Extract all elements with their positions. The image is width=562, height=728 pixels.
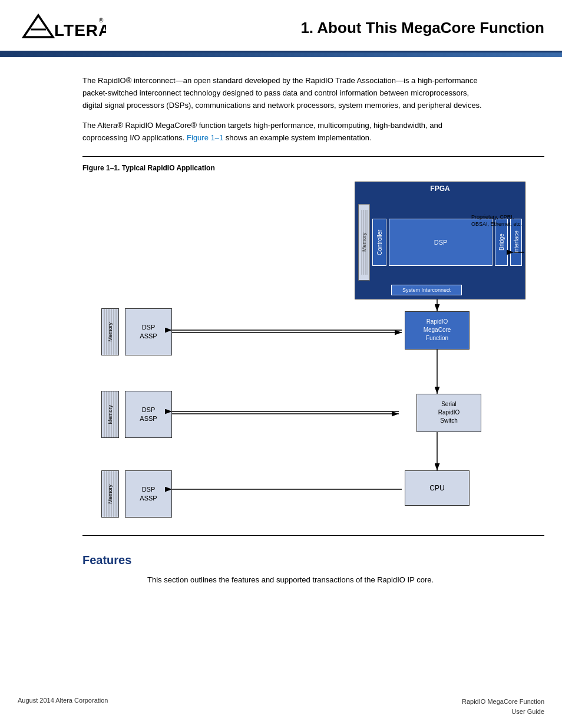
figure-link[interactable]: Figure 1–1 xyxy=(187,133,223,142)
chapter-title: 1. About This MegaCore Function xyxy=(124,19,544,37)
altera-logo: LTERA ® xyxy=(18,11,106,43)
footer-left: August 2014 Altera Corporation xyxy=(18,697,108,716)
main-content: The RapidIO® interconnect—an open standa… xyxy=(0,57,562,604)
footer-right-line1: RapidIO MegaCore Function xyxy=(462,697,544,707)
serial-rapidio-box: SerialRapidIOSwitch xyxy=(416,394,481,432)
features-text: This section outlines the features and s… xyxy=(82,574,483,587)
figure-container: Figure 1–1. Typical RapidIO Application … xyxy=(82,156,544,536)
features-heading: Features xyxy=(82,554,544,567)
svg-marker-0 xyxy=(24,15,53,37)
fpga-box: FPGA Memory Controller DSP xyxy=(355,182,525,299)
svg-text:LTERA: LTERA xyxy=(54,21,106,39)
diagram: FPGA Memory Controller DSP xyxy=(101,182,525,523)
dsp-row-2: Memory DSPASSP xyxy=(101,391,172,438)
dsp-assp-block-2: DSPASSP xyxy=(125,391,172,438)
svg-text:®: ® xyxy=(99,17,104,24)
footer-right: RapidIO MegaCore Function User Guide xyxy=(462,697,544,716)
header-accent-bar xyxy=(0,52,562,57)
dsp-row-3: Memory DSPASSP xyxy=(101,470,172,518)
system-interconnect-box: System Interconnect xyxy=(391,285,462,295)
dsp-row-1: Memory DSPASSP xyxy=(101,308,172,355)
controller-box: Controller xyxy=(372,219,386,266)
memory-block-1: Memory xyxy=(101,308,119,355)
page-header: LTERA ® 1. About This MegaCore Function xyxy=(0,0,562,52)
memory-block-2: Memory xyxy=(101,391,119,438)
dsp-assp-block-1: DSPASSP xyxy=(125,308,172,355)
figure-title: Figure 1–1. Typical RapidIO Application xyxy=(82,164,544,172)
page-footer: August 2014 Altera Corporation RapidIO M… xyxy=(0,697,562,716)
intro-paragraph-1: The RapidIO® interconnect—an open standa… xyxy=(82,75,483,111)
proprietary-label: Proprietary, CPRI, OBSAI, Ethernet, etc. xyxy=(471,214,524,228)
logo-area: LTERA ® xyxy=(18,11,124,45)
fpga-memory-block: Memory xyxy=(358,204,370,281)
footer-right-line2: User Guide xyxy=(462,707,544,717)
intro-paragraph-2: The Altera® RapidIO MegaCore® function t… xyxy=(82,120,483,144)
memory-block-3: Memory xyxy=(101,470,119,518)
cpu-box: CPU xyxy=(405,470,470,506)
fpga-label: FPGA xyxy=(355,182,525,195)
rapidio-megacore-box: RapidIOMegaCoreFunction xyxy=(405,311,470,350)
features-section: Features This section outlines the featu… xyxy=(82,554,544,587)
dsp-assp-block-3: DSPASSP xyxy=(125,470,172,518)
